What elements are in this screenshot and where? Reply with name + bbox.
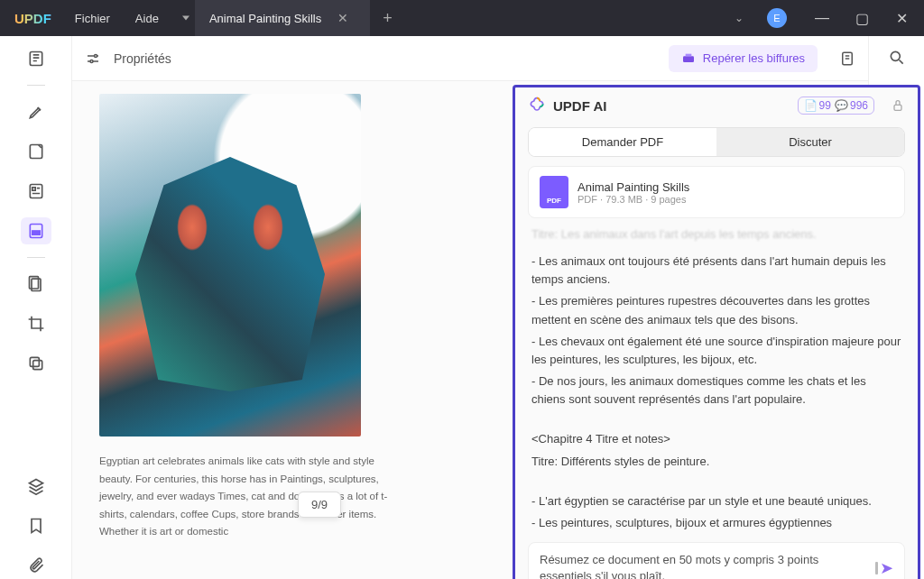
annotate-icon[interactable] xyxy=(21,138,51,165)
ai-title: UPDF AI xyxy=(553,98,606,114)
svg-rect-5 xyxy=(32,231,39,234)
attachment-icon[interactable] xyxy=(21,552,51,579)
chat-line: - Les chevaux ont également été une sour… xyxy=(531,333,901,369)
chat-subtitle: Titre: Différents styles de peinture. xyxy=(531,453,901,471)
svg-point-15 xyxy=(891,51,900,60)
crop-icon[interactable] xyxy=(21,310,51,337)
ai-credits[interactable]: 📄99 💬996 xyxy=(798,96,874,115)
svg-rect-3 xyxy=(32,188,34,190)
ai-file-info[interactable]: Animal Painting Skills PDF · 79.3 MB · 9… xyxy=(528,166,905,218)
ai-chat-body[interactable]: Titre: Les animaux dans l'art depuis les… xyxy=(515,225,918,533)
tab-ask-pdf[interactable]: Demander PDF xyxy=(529,128,716,156)
compress-icon[interactable] xyxy=(21,350,51,377)
svg-point-11 xyxy=(90,60,93,62)
window-controls: ⌄ E — ▢ ✕ xyxy=(735,5,924,32)
divider xyxy=(27,85,45,86)
ai-input-row[interactable]: Résumez ce document en 50 mots y compris… xyxy=(528,542,905,579)
ai-panel: UPDF AI 📄99 💬996 Demander PDF Discuter A… xyxy=(513,85,920,579)
pages-icon[interactable] xyxy=(21,271,51,298)
content-area: Propriétés Repérer les biffures Egyptian… xyxy=(72,36,868,579)
user-avatar[interactable]: E xyxy=(767,8,787,28)
search-icon[interactable] xyxy=(888,49,906,67)
ai-file-meta: PDF · 79.3 MB · 9 pages xyxy=(578,194,689,205)
maximize-button[interactable]: ▢ xyxy=(845,5,879,32)
thumbnails-icon[interactable] xyxy=(21,45,51,72)
content-topbar: Propriétés Repérer les biffures xyxy=(72,36,868,81)
close-icon[interactable]: ✕ xyxy=(330,11,356,25)
divider xyxy=(27,257,45,258)
reveal-redactions-label: Repérer les biffures xyxy=(703,51,805,65)
tab-chat[interactable]: Discuter xyxy=(716,128,904,156)
cursor-bar xyxy=(875,562,878,574)
properties-label: Propriétés xyxy=(114,51,171,66)
reveal-redactions-button[interactable]: Repérer les biffures xyxy=(669,45,818,72)
left-toolbar xyxy=(0,36,72,579)
chat-line: - L'art égyptien se caractérise par un s… xyxy=(531,492,901,510)
credit-doc-icon: 📄99 xyxy=(804,99,831,112)
svg-rect-8 xyxy=(30,357,39,366)
ai-input-text[interactable]: Résumez ce document en 50 mots y compris… xyxy=(540,552,868,579)
credit-chat-icon: 💬996 xyxy=(835,99,868,112)
minimize-button[interactable]: — xyxy=(805,5,839,32)
highlight-icon[interactable] xyxy=(21,98,51,125)
sliders-icon[interactable] xyxy=(85,51,101,67)
chat-line: - De nos jours, les animaux domestiques … xyxy=(531,372,901,409)
app-logo: UPDF xyxy=(0,11,66,26)
new-tab-button[interactable]: + xyxy=(375,9,400,28)
send-icon: ➤ xyxy=(880,558,893,578)
menu-help[interactable]: Aide xyxy=(135,12,159,25)
chat-line: - Les premières peintures rupestres déco… xyxy=(531,292,901,328)
redact-icon[interactable] xyxy=(21,217,51,244)
chat-line-blur: Titre: Les animaux dans l'art depuis les… xyxy=(531,225,901,244)
document-icon[interactable] xyxy=(839,51,855,67)
document-image xyxy=(99,94,361,437)
main-menu: Fichier Aide xyxy=(66,12,168,25)
document-text: Egyptian art celebrates animals like cat… xyxy=(99,453,388,541)
lock-icon[interactable] xyxy=(891,98,905,113)
svg-rect-14 xyxy=(894,105,901,110)
close-button[interactable]: ✕ xyxy=(884,5,919,32)
chat-line: - Les peintures, sculptures, bijoux et a… xyxy=(531,514,901,532)
svg-rect-12 xyxy=(683,56,694,62)
form-icon[interactable] xyxy=(21,178,51,205)
menu-file[interactable]: Fichier xyxy=(75,12,110,25)
tab-title: Animal Painting Skills xyxy=(209,12,321,25)
page-indicator[interactable]: 9/9 xyxy=(298,492,341,518)
svg-rect-9 xyxy=(32,361,42,370)
bookmark-icon[interactable] xyxy=(21,512,51,539)
ai-file-name: Animal Painting Skills xyxy=(578,180,689,194)
svg-point-10 xyxy=(95,54,97,57)
ai-tabs: Demander PDF Discuter xyxy=(528,127,905,157)
chat-line: - Les animaux ont toujours été présents … xyxy=(531,253,901,289)
layers-icon[interactable] xyxy=(21,473,51,500)
document-tab[interactable]: Animal Painting Skills ✕ xyxy=(195,0,370,36)
updf-ai-logo-icon xyxy=(528,96,546,115)
chevron-down-icon[interactable]: ⌄ xyxy=(735,12,744,24)
pdf-icon xyxy=(540,176,568,208)
send-button[interactable]: ➤ xyxy=(875,558,893,578)
chat-chapter: <Chapitre 4 Titre et notes> xyxy=(531,430,901,448)
main-region: Propriétés Repérer les biffures Egyptian… xyxy=(0,36,924,579)
ai-header: UPDF AI 📄99 💬996 xyxy=(515,87,918,124)
titlebar: UPDF Fichier Aide Animal Painting Skills… xyxy=(0,0,924,36)
redaction-icon xyxy=(681,51,696,66)
